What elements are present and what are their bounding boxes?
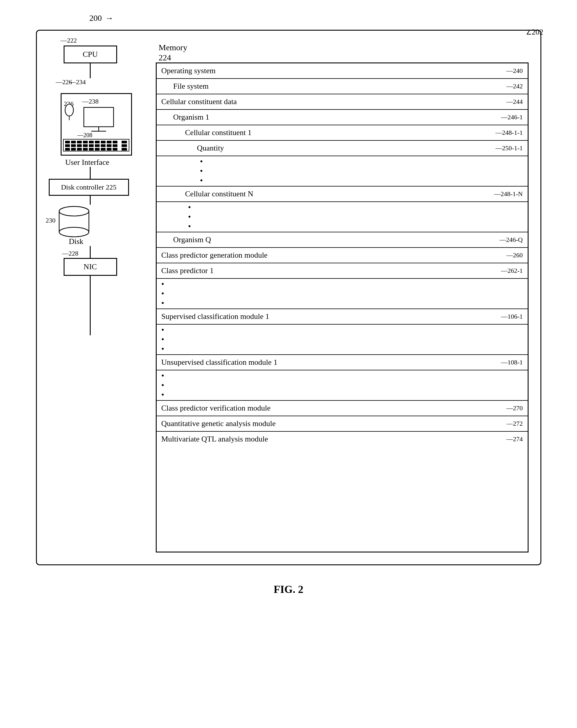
mem-row-ref-cpgen: —260 <box>506 252 523 259</box>
dc-vline <box>90 196 91 205</box>
nic-area: —228 NIC <box>64 258 117 276</box>
svg-rect-6 <box>65 141 70 144</box>
svg-rect-2 <box>84 107 114 127</box>
disk-svg <box>52 205 96 237</box>
mem-row-ucm1: Unsupervised classification module 1—108… <box>157 355 528 370</box>
mem-row-label-cpv: Class predictor verification module <box>161 404 271 413</box>
keyboard-svg <box>63 139 130 152</box>
figure-caption: FIG. 2 <box>36 583 541 596</box>
svg-rect-24 <box>113 144 117 147</box>
mem-row-orgq: Organism Q—246-Q <box>157 232 528 248</box>
svg-rect-25 <box>121 144 127 147</box>
svg-rect-10 <box>89 141 94 144</box>
ref-228-label: —228 <box>62 250 79 257</box>
disk-label: Disk <box>56 237 96 246</box>
mem-row-qga: Quantitative genetic analysis module—272 <box>157 416 528 432</box>
dot-row-dots4: ••• <box>157 324 528 355</box>
svg-rect-19 <box>83 144 88 147</box>
mouse-svg <box>64 104 75 121</box>
svg-rect-32 <box>101 148 106 151</box>
svg-point-41 <box>59 206 89 216</box>
mem-row-qty: Quantity—250-1-1 <box>157 141 528 156</box>
mem-row-ccd: Cellular constituent data—244 <box>157 94 528 110</box>
mem-row-label-os: Operating system <box>161 66 216 75</box>
monitor-svg <box>82 106 115 133</box>
ref-226-label: —226 <box>56 78 72 86</box>
svg-rect-11 <box>95 141 100 144</box>
mem-row-ref-org1: —246-1 <box>501 113 523 121</box>
mem-row-ref-orgq: —246-Q <box>499 236 523 244</box>
mem-row-cpgen: Class predictor generation module—260 <box>157 248 528 263</box>
user-interface-box: 236 —238 <box>61 93 132 156</box>
mem-row-ref-ccn: —248-1-N <box>494 190 523 198</box>
disk-controller-box: Disk controller 225 <box>49 179 129 196</box>
mem-row-ref-fs: —242 <box>506 82 523 90</box>
mem-row-label-cp1: Class predictor 1 <box>161 266 214 275</box>
mem-row-ref-mqtl: —274 <box>506 435 523 443</box>
monitor-icon: —238 <box>82 98 115 134</box>
svg-rect-33 <box>107 148 111 151</box>
mem-row-fs: File system—242 <box>157 79 528 94</box>
svg-rect-8 <box>77 141 82 144</box>
memory-box: Operating system—240File system—242Cellu… <box>156 62 528 552</box>
svg-rect-35 <box>121 148 127 151</box>
mem-row-ref-ccd: —244 <box>506 98 523 106</box>
svg-point-0 <box>65 104 74 116</box>
cpu-box: CPU <box>64 46 117 63</box>
mem-row-cc1: Cellular constituent 1—248-1-1 <box>157 125 528 141</box>
mem-row-mqtl: Multivariate QTL analysis module—274 <box>157 432 528 446</box>
disk-area: 230 Disk <box>52 205 96 246</box>
svg-rect-28 <box>77 148 82 151</box>
ref-200-label: 200 → <box>89 14 114 23</box>
mem-row-ccn: Cellular constituent N—248-1-N <box>157 186 528 202</box>
mem-row-ref-scm1: —106-1 <box>501 313 523 320</box>
ref-230-label: 230 <box>46 216 56 224</box>
mem-row-os: Operating system—240 <box>157 63 528 79</box>
ref-cpu-label: —222 <box>61 36 77 44</box>
disk-controller-area: Disk controller 225 <box>49 179 129 196</box>
mem-row-scm1: Supervised classification module 1—106-1 <box>157 309 528 324</box>
dot-row-dots1: ••• <box>157 156 528 186</box>
svg-rect-31 <box>95 148 100 151</box>
mem-row-ref-os: —240 <box>506 67 523 75</box>
cpu-vline <box>90 63 91 78</box>
user-interface-label: User Interface <box>52 158 123 167</box>
mem-row-ref-ucm1: —108-1 <box>501 359 523 366</box>
dot-row-dots5: ••• <box>157 370 528 401</box>
mem-row-label-ccn: Cellular constituent N <box>185 189 253 199</box>
mem-row-label-mqtl: Multivariate QTL analysis module <box>161 435 268 444</box>
mem-row-label-scm1: Supervised classification module 1 <box>161 312 269 321</box>
memory-label: Memory 224 <box>159 43 187 62</box>
nic-vline <box>90 276 91 335</box>
ref-202-label: ∠202 <box>526 28 543 36</box>
svg-rect-18 <box>77 144 82 147</box>
mem-row-ref-qga: —272 <box>506 420 523 427</box>
mem-row-label-orgq: Organism Q <box>173 235 211 244</box>
svg-rect-30 <box>89 148 94 151</box>
ref-238-label: —238 <box>82 98 115 105</box>
mem-row-label-qga: Quantitative genetic analysis module <box>161 419 276 428</box>
svg-rect-22 <box>101 144 106 147</box>
svg-rect-29 <box>83 148 88 151</box>
svg-rect-14 <box>113 141 117 144</box>
dot-row-dots3: ••• <box>157 279 528 309</box>
ref-202-text: 202 <box>532 28 543 36</box>
mem-row-label-cpgen: Class predictor generation module <box>161 251 268 260</box>
mem-row-ref-cp1: —262-1 <box>501 267 523 275</box>
dot-row-dots2: ••• <box>157 202 528 232</box>
mem-row-label-cc1: Cellular constituent 1 <box>185 128 252 137</box>
mem-row-cp1: Class predictor 1—262-1 <box>157 263 528 279</box>
nic-box: NIC <box>64 258 117 276</box>
svg-rect-23 <box>107 144 111 147</box>
svg-rect-9 <box>83 141 88 144</box>
svg-rect-7 <box>71 141 76 144</box>
main-diagram-box: ∠202 —222 CPU —234 —226 <box>36 30 541 565</box>
svg-rect-27 <box>71 148 76 151</box>
svg-rect-34 <box>113 148 117 151</box>
left-column: —222 CPU —234 —226 236 <box>49 43 138 552</box>
svg-point-40 <box>59 227 89 237</box>
mem-row-cpv: Class predictor verification module—270 <box>157 401 528 416</box>
memory-label-area: Memory 224 <box>159 43 528 62</box>
svg-rect-15 <box>121 141 127 144</box>
cpu-label: CPU <box>83 50 98 59</box>
